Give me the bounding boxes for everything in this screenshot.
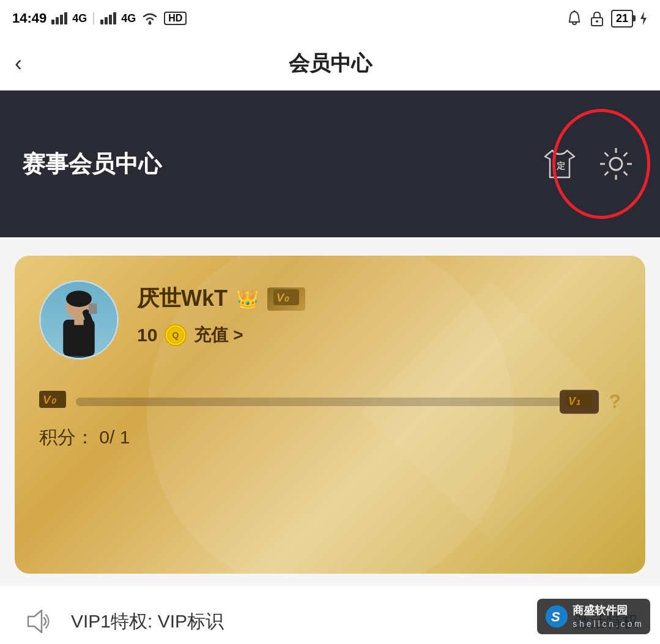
- speaker-svg: [23, 607, 55, 636]
- svg-line-11: [605, 153, 609, 157]
- dark-section: 赛事会员中心 定: [0, 91, 660, 237]
- wifi-icon: [141, 12, 159, 25]
- lock-icon: [589, 10, 605, 27]
- settings-icon-button[interactable]: [594, 142, 638, 186]
- svg-text:V₀: V₀: [276, 292, 289, 304]
- card-top-section: 厌世WkT 👑 V₀ 10 Q: [39, 280, 621, 360]
- page-title: 会员中心: [289, 50, 372, 78]
- watermark-logo-svg: S: [546, 605, 568, 627]
- svg-marker-4: [640, 12, 647, 25]
- svg-text:定: 定: [556, 161, 565, 171]
- header-icons-area: 定: [538, 142, 638, 186]
- back-button[interactable]: ‹: [15, 51, 22, 76]
- member-card: 厌世WkT 👑 V₀ 10 Q: [15, 256, 645, 574]
- vip-privilege-text: VIP1特权: VIP标识: [71, 609, 560, 634]
- coin-icon: Q: [165, 324, 187, 346]
- svg-text:Q: Q: [172, 330, 179, 340]
- coin-svg: Q: [165, 324, 187, 346]
- svg-line-13: [624, 153, 628, 157]
- status-time-area: 14:49 4G 4G HD: [12, 10, 187, 26]
- recharge-link[interactable]: 充值 >: [194, 324, 243, 347]
- settings-icon: [596, 144, 636, 183]
- v0-level-badge: V₀: [267, 287, 305, 311]
- svg-text:V₁: V₁: [568, 394, 580, 407]
- progress-section: V₀ V₁ ? 积分： 0/ 1: [39, 390, 621, 450]
- svg-marker-32: [28, 610, 42, 632]
- notification-icon: [566, 10, 583, 27]
- status-right-area: 21: [566, 10, 648, 28]
- section-title: 赛事会员中心: [22, 149, 161, 180]
- score-value: 0/ 1: [99, 427, 130, 447]
- v1-badge-svg: V₁: [566, 392, 593, 408]
- avatar: [39, 280, 119, 360]
- coins-row: 10 Q 充值 >: [137, 324, 621, 347]
- watermark-text-area: 商盛软件园 s h e l l c n . c o m: [573, 604, 642, 629]
- charging-icon: [639, 11, 648, 26]
- hd-badge: HD: [164, 12, 187, 25]
- jersey-icon-button[interactable]: 定: [538, 142, 582, 186]
- svg-line-12: [624, 172, 628, 176]
- v0-progress-badge: V₀: [39, 391, 66, 408]
- watermark-line1: 商盛软件园: [573, 604, 642, 618]
- watermark-logo: S: [546, 605, 568, 627]
- progress-track: V₁: [76, 398, 599, 406]
- svg-point-6: [610, 158, 622, 170]
- v0-badge-svg: V₀: [273, 289, 299, 305]
- signal-icon-2: [100, 12, 116, 24]
- avatar-svg: [41, 282, 117, 358]
- score-row: 积分： 0/ 1: [39, 425, 621, 450]
- watermark: S 商盛软件园 s h e l l c n . c o m: [537, 599, 650, 634]
- svg-point-3: [596, 20, 598, 23]
- level-start-label: V₀: [39, 391, 66, 412]
- status-bar: 14:49 4G 4G HD: [0, 0, 660, 37]
- speaker-icon: [22, 604, 56, 638]
- signal-label-1: 4G: [72, 12, 87, 25]
- app-header: ‹ 会员中心: [0, 37, 660, 91]
- user-name-row: 厌世WkT 👑 V₀: [137, 284, 621, 314]
- svg-point-18: [66, 291, 92, 307]
- signal-icon-1: [51, 12, 67, 24]
- status-time: 14:49: [12, 10, 46, 26]
- score-label: 积分：: [39, 427, 94, 447]
- avatar-image: [41, 282, 117, 358]
- jersey-icon: 定: [540, 146, 579, 182]
- progress-fill: [76, 398, 102, 406]
- username: 厌世WkT: [137, 284, 228, 314]
- svg-text:S: S: [551, 609, 560, 624]
- crown-badge: 👑: [236, 288, 259, 309]
- svg-line-14: [605, 172, 609, 176]
- signal-label-2: 4G: [121, 12, 136, 25]
- svg-rect-22: [89, 303, 97, 314]
- coin-amount: 10: [137, 325, 157, 346]
- battery-badge: 21: [611, 10, 633, 28]
- card-user-info: 厌世WkT 👑 V₀ 10 Q: [137, 280, 621, 347]
- progress-thumb: V₁: [560, 390, 599, 413]
- question-help-icon[interactable]: ?: [609, 390, 621, 413]
- watermark-line2: s h e l l c n . c o m: [573, 618, 642, 629]
- svg-point-0: [149, 22, 152, 25]
- signal-separator: [93, 12, 94, 24]
- svg-text:V₀: V₀: [43, 393, 57, 406]
- progress-bar-row: V₀ V₁ ?: [39, 390, 621, 413]
- svg-rect-20: [74, 318, 83, 325]
